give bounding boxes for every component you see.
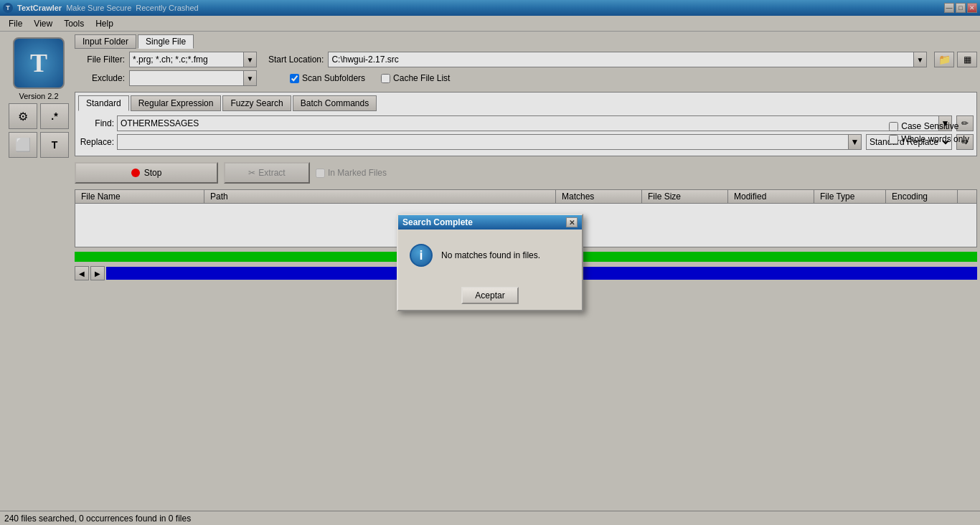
dialog-info-icon: i bbox=[410, 244, 433, 267]
dialog-close-button[interactable]: ✕ bbox=[566, 217, 578, 227]
search-complete-dialog: Search Complete ✕ i No matches found in … bbox=[397, 214, 583, 311]
dialog-title-bar: Search Complete ✕ bbox=[398, 215, 582, 230]
aceptar-button[interactable]: Aceptar bbox=[461, 287, 519, 304]
dialog-body: i No matches found in files. bbox=[398, 230, 582, 281]
modal-overlay: Search Complete ✕ i No matches found in … bbox=[0, 0, 980, 525]
dialog-title: Search Complete bbox=[402, 217, 473, 227]
dialog-footer: Aceptar bbox=[398, 281, 582, 310]
dialog-message: No matches found in files. bbox=[441, 250, 540, 260]
